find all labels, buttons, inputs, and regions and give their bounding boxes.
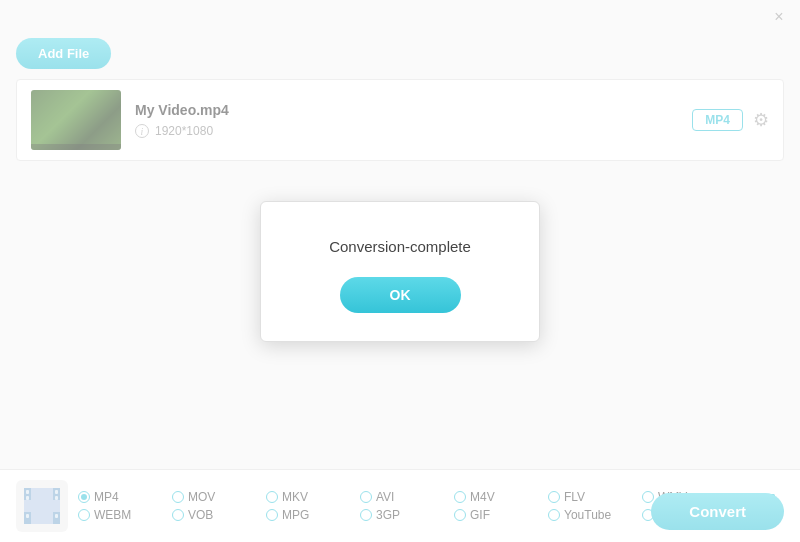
modal-overlay: Conversion-complete OK <box>0 0 800 542</box>
modal-box: Conversion-complete OK <box>260 201 540 342</box>
modal-message: Conversion-complete <box>329 238 471 255</box>
ok-button[interactable]: OK <box>340 277 461 313</box>
